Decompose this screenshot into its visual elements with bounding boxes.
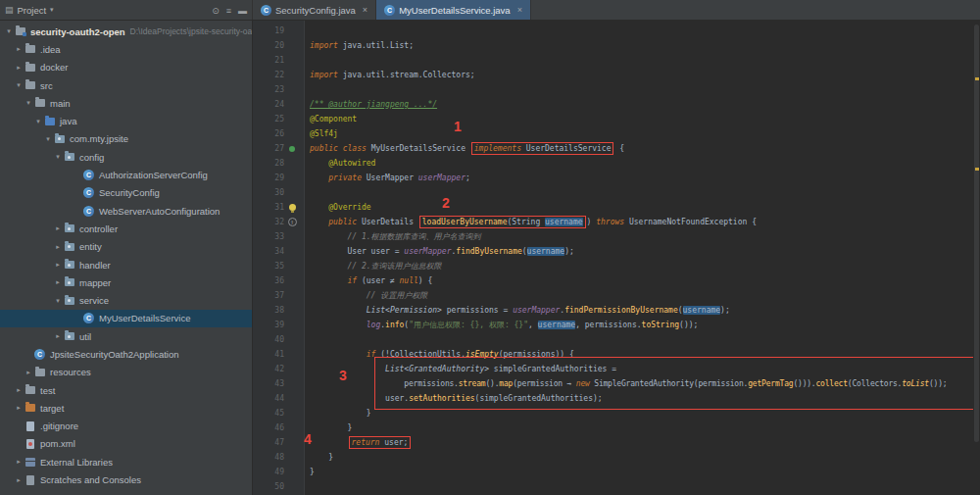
tree-item-config[interactable]: ▾config [0, 148, 252, 166]
tree-item-myuserdetailsservice[interactable]: MyUserDetailsService [0, 310, 252, 327]
tree-item-mapper[interactable]: ▸mapper [0, 273, 252, 291]
override-marker-icon[interactable]: ↑ [284, 218, 300, 226]
tree-item-webserverautoconfiguration[interactable]: WebServerAutoConfiguration [0, 202, 252, 220]
tree-item-main[interactable]: ▾main [0, 94, 252, 112]
chevron-collapsed-icon[interactable]: ▸ [53, 224, 63, 232]
tree-item-com-mty-jpsite[interactable]: ▾com.mty.jpsite [0, 130, 252, 148]
chevron-collapsed-icon[interactable]: ▸ [14, 404, 24, 412]
chevron-collapsed-icon[interactable]: ▸ [14, 458, 24, 466]
code-line-37[interactable]: 37// 设置用户权限 [253, 288, 980, 303]
java-class-icon [261, 5, 271, 16]
code-text: @Autowired [300, 159, 375, 168]
code-line-38[interactable]: 38List<Permission> permissions = userMap… [253, 303, 980, 318]
tree-item-target[interactable]: ▸target [0, 399, 252, 417]
settings-icon[interactable]: ≡ [226, 6, 231, 16]
chevron-collapsed-icon[interactable]: ▸ [53, 278, 63, 286]
chevron-expanded-icon[interactable]: ▾ [14, 81, 24, 89]
code-line-27[interactable]: 27public class MyUserDetailsService impl… [253, 141, 980, 156]
editor-scrollbar[interactable] [973, 21, 980, 495]
code-line-23[interactable]: 23 [253, 82, 980, 97]
code-line-49[interactable]: 49} [253, 465, 980, 479]
line-number: 48 [253, 453, 284, 462]
code-line-29[interactable]: 29private UserMapper userMapper; [253, 171, 980, 185]
code-line-31[interactable]: 31@Override [253, 200, 980, 215]
code-line-22[interactable]: 22import java.util.stream.Collectors; [253, 68, 980, 82]
chevron-expanded-icon[interactable]: ▾ [53, 153, 63, 161]
code-line-39[interactable]: 39log.info("用户信息权限: {}, 权限: {}", usernam… [253, 318, 980, 332]
tree-item-entity[interactable]: ▸entity [0, 238, 252, 256]
chevron-collapsed-icon[interactable]: ▸ [53, 243, 63, 251]
chevron-collapsed-icon[interactable]: ▸ [53, 261, 63, 269]
tree-item-pom-xml[interactable]: pom.xml [0, 435, 252, 453]
tree-item-gitignore[interactable]: .gitignore [0, 418, 252, 435]
tree-item-security-oauth2-open[interactable]: ▾security-oauth2-openD:\IdeaProjects\jps… [0, 23, 252, 40]
code-line-24[interactable]: 24/** @author jiangpeng ...*/ [253, 97, 980, 112]
chevron-collapsed-icon[interactable]: ▸ [14, 45, 24, 53]
tree-item-src[interactable]: ▾src [0, 76, 252, 94]
project-header-title[interactable]: Project [18, 5, 47, 16]
tree-item-scratches-and-consoles[interactable]: ▸Scratches and Consoles [0, 470, 252, 488]
code-line-48[interactable]: 48} [253, 450, 980, 465]
code-line-28[interactable]: 28@Autowired [253, 156, 980, 171]
code-line-32[interactable]: 32↑public UserDetails loadUserByUsername… [253, 215, 980, 229]
code-line-19[interactable]: 19 [253, 24, 980, 38]
code-line-33[interactable]: 33// 1.根据数据库查询、用户名查询到 [253, 229, 980, 244]
tree-item-securityconfig[interactable]: SecurityConfig [0, 184, 252, 202]
tree-item-test[interactable]: ▸test [0, 381, 252, 399]
implement-marker-icon[interactable] [284, 146, 300, 152]
chevron-expanded-icon[interactable]: ▾ [43, 135, 53, 143]
chevron-expanded-icon[interactable]: ▾ [24, 99, 33, 107]
line-number: 43 [253, 379, 284, 388]
tab-close-icon[interactable]: × [363, 5, 368, 15]
line-number: 20 [253, 41, 284, 50]
tree-item-service[interactable]: ▾service [0, 291, 252, 309]
folder-icon [24, 79, 36, 91]
chevron-collapsed-icon[interactable]: ▸ [14, 476, 24, 484]
tab-securityconfig-java[interactable]: SecurityConfig.java× [253, 0, 376, 20]
code-line-20[interactable]: 20import java.util.List; [253, 38, 980, 53]
chevron-expanded-icon[interactable]: ▾ [4, 27, 14, 35]
tab-close-icon[interactable]: × [517, 5, 522, 15]
tree-item-resources[interactable]: ▸resources [0, 364, 252, 381]
line-number: 31 [253, 203, 284, 212]
tab-myuserdetailsservice-java[interactable]: MyUserDetailsService.java× [376, 0, 531, 20]
code-text: return user; [300, 436, 412, 449]
code-line-34[interactable]: 34User user = userMapper.findByUsername(… [253, 244, 980, 259]
code-line-25[interactable]: 25@Component [253, 112, 980, 126]
cls-icon [82, 205, 95, 217]
chevron-expanded-icon[interactable]: ▾ [53, 297, 63, 305]
tree-item-idea[interactable]: ▸.idea [0, 40, 252, 58]
code-text: // 2.查询该用户信息权限 [300, 261, 442, 272]
tree-item-jpsitesecurityoath2application[interactable]: JpsiteSecurityOath2Application [0, 345, 252, 363]
tree-item-java[interactable]: ▾java [0, 112, 252, 129]
line-number: 40 [253, 335, 284, 344]
chevron-down-icon[interactable]: ▾ [50, 6, 54, 14]
code-line-46[interactable]: 46} [253, 421, 980, 435]
locate-icon[interactable]: ⊙ [212, 6, 220, 16]
tree-item-controller[interactable]: ▸controller [0, 220, 252, 237]
chevron-collapsed-icon[interactable]: ▸ [53, 332, 63, 340]
code-line-30[interactable]: 30 [253, 185, 980, 200]
chevron-expanded-icon[interactable]: ▾ [33, 118, 43, 125]
tree-item-authorizationserverconfig[interactable]: AuthorizationServerConfig [0, 166, 252, 183]
chevron-collapsed-icon[interactable]: ▸ [24, 369, 33, 376]
code-line-35[interactable]: 35// 2.查询该用户信息权限 [253, 259, 980, 273]
tree-item-handler[interactable]: ▸handler [0, 256, 252, 273]
code-line-47[interactable]: 47return user; [253, 435, 980, 450]
editor-area[interactable]: 18import com.mty.jpsite.mapper.UserMappe… [253, 21, 980, 495]
code-line-40[interactable]: 40 [253, 332, 980, 347]
tree-item-label: resources [50, 367, 91, 377]
tree-item-external-libraries[interactable]: ▸External Libraries [0, 453, 252, 470]
scrollbar-thumb[interactable] [974, 25, 979, 442]
code-line-21[interactable]: 21 [253, 53, 980, 68]
hide-panel-icon[interactable]: ▬ [238, 6, 247, 16]
code-line-36[interactable]: 36if (user ≠ null) { [253, 273, 980, 288]
tree-item-docker[interactable]: ▸docker [0, 59, 252, 76]
intention-bulb-icon[interactable] [284, 204, 300, 211]
pkg-icon [63, 151, 75, 163]
code-line-26[interactable]: 26@Slf4j [253, 126, 980, 141]
chevron-collapsed-icon[interactable]: ▸ [14, 386, 24, 394]
chevron-collapsed-icon[interactable]: ▸ [14, 64, 24, 72]
tree-item-util[interactable]: ▸util [0, 327, 252, 345]
code-line-50[interactable]: 50 [253, 479, 980, 494]
